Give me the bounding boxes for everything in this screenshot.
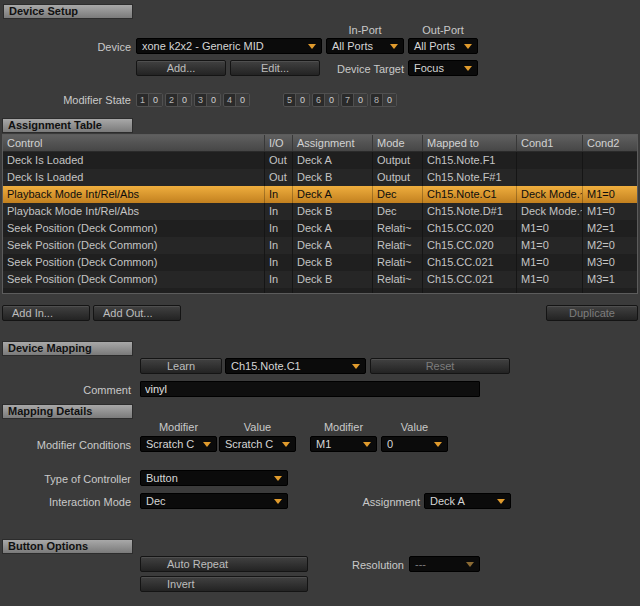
modifier-number: 5	[284, 94, 295, 106]
cell-assignment	[293, 288, 373, 294]
device-target-select[interactable]: Focus	[408, 60, 478, 76]
resolution-select[interactable]: ---	[409, 556, 480, 572]
modifier-state-1[interactable]: 1 0	[136, 93, 163, 107]
cell-cond1	[517, 169, 583, 186]
cell-control: Playback Mode Int/Rel/Abs	[3, 203, 265, 220]
add-in-button[interactable]: Add In...	[2, 305, 90, 321]
cell-mode: Relati~	[373, 220, 423, 237]
column-header-cond2[interactable]: Cond2	[583, 135, 637, 151]
in-port-select[interactable]: All Ports	[326, 38, 404, 54]
table-row[interactable]: Seek Position (Deck Common) In Deck B Re…	[3, 254, 637, 271]
cell-io	[265, 288, 293, 294]
modifier-value: 0	[324, 94, 338, 106]
interaction-mode-select[interactable]: Dec	[140, 493, 288, 509]
modifier-state-8[interactable]: 8 0	[370, 93, 397, 107]
condition2-modifier-select[interactable]: M1	[310, 436, 377, 452]
modifier-state-6[interactable]: 6 0	[312, 93, 339, 107]
type-of-controller-select[interactable]: Button	[140, 470, 288, 486]
cell-cond1: M1=0	[517, 237, 583, 254]
cell-mode: Relati~	[373, 237, 423, 254]
modifier-number: 8	[371, 94, 382, 106]
add-out-button[interactable]: Add Out...	[93, 305, 181, 321]
cell-assignment: Deck B	[293, 203, 373, 220]
assignment-select[interactable]: Deck A	[424, 493, 511, 509]
type-of-controller-value: Button	[141, 472, 271, 484]
device-select[interactable]: xone k2x2 - Generic MID	[136, 38, 322, 54]
table-row[interactable]: Deck Is Loaded Out Deck B Output Ch15.No…	[3, 169, 637, 186]
condition1-modifier-value: Scratch C	[141, 438, 200, 450]
table-body: Deck Is Loaded Out Deck A Output Ch15.No…	[3, 152, 637, 294]
column-header-mode[interactable]: Mode	[373, 135, 423, 151]
mapped-midi-select[interactable]: Ch15.Note.C1	[225, 358, 366, 374]
out-port-select-value: All Ports	[409, 40, 461, 52]
cell-cond2: M3=1	[583, 271, 637, 288]
cell-mapped-to: Ch15.CC.021	[423, 254, 517, 271]
chevron-down-icon	[434, 442, 442, 447]
reset-button[interactable]: Reset	[370, 358, 510, 374]
condition2-modifier-value: M1	[311, 438, 360, 450]
cell-assignment: Deck B	[293, 254, 373, 271]
condition1-value-select[interactable]: Scratch C	[219, 436, 296, 452]
cell-cond2	[583, 288, 637, 294]
cell-cond1: M1=0	[517, 254, 583, 271]
table-row-clipped[interactable]	[3, 288, 637, 294]
modifier-number: 6	[313, 94, 324, 106]
cell-mapped-to: Ch15.Note.D#1	[423, 203, 517, 220]
cell-control: Deck Is Loaded	[3, 152, 265, 169]
cell-mode: Relati~	[373, 271, 423, 288]
chevron-down-icon	[466, 562, 474, 567]
modifier-state-4[interactable]: 4 0	[223, 93, 250, 107]
cell-mapped-to: Ch15.CC.020	[423, 237, 517, 254]
out-port-select[interactable]: All Ports	[408, 38, 478, 54]
table-row-selected[interactable]: Playback Mode Int/Rel/Abs In Deck A Dec …	[3, 186, 637, 203]
comment-input[interactable]	[140, 381, 480, 397]
table-row[interactable]: Playback Mode Int/Rel/Abs In Deck B Dec …	[3, 203, 637, 220]
modifier-value: 0	[353, 94, 367, 106]
chevron-down-icon	[352, 364, 360, 369]
cell-cond2: M1=0	[583, 186, 637, 203]
table-row[interactable]: Deck Is Loaded Out Deck A Output Ch15.No…	[3, 152, 637, 169]
cell-assignment: Deck A	[293, 237, 373, 254]
condition1-modifier-select[interactable]: Scratch C	[140, 436, 217, 452]
modifier-value: 0	[382, 94, 396, 106]
device-mapping-section-header: Device Mapping	[2, 341, 133, 356]
condition2-value-select[interactable]: 0	[381, 436, 448, 452]
column-header-mapped-to[interactable]: Mapped to	[423, 135, 517, 151]
cell-mapped-to: Ch15.Note.F#1	[423, 169, 517, 186]
modifier-state-2[interactable]: 2 0	[165, 93, 192, 107]
chevron-down-icon	[464, 66, 472, 71]
learn-button[interactable]: Learn	[140, 358, 222, 374]
cell-mode: Dec	[373, 186, 423, 203]
cell-cond1: Deck Mode.~	[517, 203, 583, 220]
chevron-down-icon	[203, 442, 211, 447]
modifier-state-5[interactable]: 5 0	[283, 93, 310, 107]
cell-mapped-to: Ch15.Note.F1	[423, 152, 517, 169]
cell-io: In	[265, 220, 293, 237]
duplicate-button[interactable]: Duplicate	[546, 305, 638, 321]
cell-cond1: M1=0	[517, 220, 583, 237]
table-header-row: Control I/O Assignment Mode Mapped to Co…	[3, 135, 637, 152]
table-row[interactable]: Seek Position (Deck Common) In Deck B Re…	[3, 271, 637, 288]
cell-io: In	[265, 186, 293, 203]
column-header-assignment[interactable]: Assignment	[293, 135, 373, 151]
table-row[interactable]: Seek Position (Deck Common) In Deck A Re…	[3, 220, 637, 237]
cell-cond2: M2=1	[583, 220, 637, 237]
assignment-table: Control I/O Assignment Mode Mapped to Co…	[2, 134, 638, 294]
mapping-details-section-header: Mapping Details	[2, 404, 133, 419]
condition2-value-value: 0	[382, 438, 431, 450]
column-header-control[interactable]: Control	[3, 135, 265, 151]
modifier-number: 2	[166, 94, 177, 106]
table-row[interactable]: Seek Position (Deck Common) In Deck A Re…	[3, 237, 637, 254]
invert-toggle[interactable]: Invert	[140, 576, 308, 592]
modifier-state-7[interactable]: 7 0	[341, 93, 368, 107]
cell-control: Seek Position (Deck Common)	[3, 220, 265, 237]
controller-manager-panel: { "colors": { "accent_orange": "#e09b2d"…	[0, 0, 640, 606]
add-device-button[interactable]: Add...	[136, 60, 226, 76]
cell-mapped-to: Ch15.CC.021	[423, 271, 517, 288]
modifier-state-3[interactable]: 3 0	[194, 93, 221, 107]
column-header-cond1[interactable]: Cond1	[517, 135, 583, 151]
modifier-col-header-1: Modifier	[140, 421, 217, 433]
cell-control: Seek Position (Deck Common)	[3, 254, 265, 271]
cell-mapped-to: Ch15.CC.020	[423, 220, 517, 237]
column-header-io[interactable]: I/O	[265, 135, 293, 151]
